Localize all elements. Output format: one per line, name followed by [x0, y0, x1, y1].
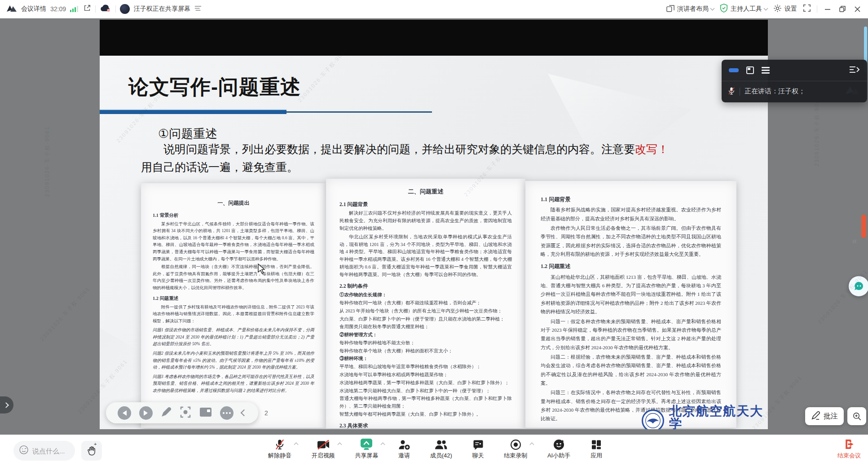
toolbar-item-label: 结束录制	[504, 452, 527, 460]
raise-hand-button[interactable]	[81, 441, 102, 461]
toolbar-item-apps[interactable]: 应用	[590, 438, 602, 460]
main-toolbar: 解除静音开启视频共享屏幕邀请成员(42)聊天结束录制AI小助手应用	[268, 438, 602, 460]
raise-hand-plus: +	[94, 441, 97, 447]
toolbar-item-chat[interactable]: 聊天	[472, 438, 484, 460]
more-tools-button[interactable]	[220, 406, 234, 420]
window-close-button[interactable]	[853, 4, 862, 13]
layout-switcher[interactable]: 演讲者布局	[666, 4, 714, 14]
page-text: 平旱地、梯田和山坡地每年适宜单季种植粮食类作物（水稻除外）；	[339, 363, 512, 371]
window-minimize-button[interactable]	[823, 4, 832, 13]
document-page-3: 1.1 问题背景随着乡村振兴战略的实施，国家对提高乡村经济越发重视。农业经济作为…	[525, 181, 736, 428]
slide-title: 论文写作-问题重述	[128, 74, 301, 101]
page-text: ③耕种环境：	[339, 355, 512, 363]
laser-pointer-icon[interactable]	[180, 406, 191, 420]
toolbar-item-unmute[interactable]: 解除静音	[268, 438, 291, 460]
fullscreen-icon[interactable]	[803, 4, 811, 14]
slide-subtitle: ①问题重述	[158, 126, 217, 142]
page-text: 华北山区某乡村受环境限制，当地农民采取单季种植的模式从事农业生产活动，现有耕地 …	[339, 233, 512, 279]
page-text: 水浇地种植两季蔬菜，第一季可种植多种蔬菜（大白菜、白萝卜和红萝卜除外）；	[339, 379, 512, 387]
page-text: 农作物作为人民日常生活必备食物之一，其市场前景广阔。但由于农作物具有季节性、周期…	[541, 224, 721, 259]
chevron-right-icon	[3, 402, 9, 408]
page-text: 食用菌类只能在秋冬季的普通大棚里种植；	[339, 323, 512, 331]
cloud-record-icon[interactable]	[100, 4, 111, 14]
invite-icon	[398, 438, 410, 451]
toolbar-item-share-screen[interactable]: 共享屏幕	[355, 438, 378, 460]
page-text: 问题1 假设农作物的市场销售量、种植成本、产量和价格在未来几年内保持不变，分两种…	[153, 327, 314, 348]
speaker-name: 汪子权；	[778, 87, 805, 96]
toolbar-item-ai-assistant[interactable]: AI小助手	[547, 438, 570, 460]
chevron-up-icon[interactable]	[294, 443, 299, 447]
previous-slide-button[interactable]	[118, 406, 131, 420]
presentation-slide: 论文写作-问题重述 ①问题重述 说明问题背景，列出必要数据，提出要解决的问题，并…	[100, 56, 768, 429]
chevron-up-icon[interactable]	[530, 443, 534, 447]
toolbar-item-invite[interactable]: 邀请	[398, 438, 410, 460]
document-pages-row: 一、问题提出1.1 背景分析某乡村位于华北山区，气候条件独特，大部分耕地仅适合每…	[141, 179, 738, 429]
divider	[740, 88, 740, 96]
page-text: 2.1 问题背景	[339, 200, 512, 208]
end-meeting-icon	[843, 438, 855, 452]
collapse-right-panel-icon[interactable]: «	[852, 235, 857, 246]
collapse-panel-icon[interactable]	[849, 66, 860, 75]
chevron-up-icon[interactable]	[337, 443, 342, 447]
page-text: 大白菜、白萝卜和红萝卜中的一种（便于管理）且只能在水浇地的第二季种植；	[339, 316, 512, 323]
sharer-avatar	[120, 4, 130, 14]
window-restore-button[interactable]	[838, 4, 847, 13]
meeting-timer: 32:09	[50, 5, 66, 13]
meeting-watermark: 23091026-车子权-9061	[44, 126, 51, 197]
toolbar-item-start-video[interactable]: 开启视频	[312, 438, 335, 460]
shield-check-icon	[720, 4, 728, 14]
page-text: 某山村地处华北山区，其耕地面积 1213 亩，包含平旱地、梯田、山坡地、水浇地、…	[541, 273, 721, 317]
emoji-icon[interactable]	[19, 445, 29, 457]
page-text: 智慧大棚每年都可种植两季蔬菜（大白菜、白萝卜和红萝卜除外）。	[339, 411, 512, 418]
members-icon	[434, 438, 448, 451]
slides-panel-icon[interactable]	[199, 407, 212, 419]
top-bar: 会议详情 32:09 汪子权正在共享屏幕 演讲者布局	[0, 0, 868, 18]
share-detail-list-icon[interactable]	[194, 5, 202, 13]
presentation-toolbar: 2	[106, 402, 268, 423]
page-text: 1.2 问题重述	[153, 295, 314, 302]
page-text: 水浇地每年可以单季种植水稻或两季种植蔬菜作物；	[339, 371, 512, 379]
quick-chat-pill[interactable]	[13, 441, 75, 461]
toolbar-item-label: 开启视频	[312, 452, 335, 460]
expand-sidebar-tab[interactable]	[0, 396, 13, 413]
speaking-status-row: 正在讲话： 汪子权；	[722, 81, 867, 101]
open-external-icon[interactable]	[83, 4, 91, 14]
speaker-panel: 正在讲话： 汪子权；	[722, 60, 867, 102]
slide-paragraph: 说明问题背景，列出必要数据，提出要解决的问题，并给出研究对象的关键信息的内容。注…	[141, 140, 711, 176]
toolbar-item-stop-recording[interactable]: 结束录制	[504, 438, 527, 460]
host-tools-button[interactable]: 主持人工具	[720, 4, 767, 14]
annotate-button[interactable]: 批注	[805, 407, 844, 425]
chat-input[interactable]	[32, 447, 73, 455]
scrollbar-marker[interactable]	[861, 215, 866, 238]
page-text: 附件一提供了乡村现有耕地及可种植农作物的详细信息，附件二提供了 2023 年该地…	[153, 304, 314, 325]
slide-letterbox	[100, 20, 768, 56]
play-button[interactable]	[139, 406, 153, 420]
toolbar-item-members[interactable]: 成员(42)	[430, 438, 452, 460]
title-accent-bar	[100, 109, 286, 114]
end-meeting-button[interactable]: 结束会议	[837, 438, 861, 460]
settings-button[interactable]: 设置	[773, 4, 797, 14]
expand-video-icon[interactable]	[746, 66, 754, 74]
page-text: 问题3 考虑各种农作物间的市场竞争，各品种之间可能存在的可替代性及互补性，以及预…	[153, 374, 314, 395]
toolbar-item-label: 应用	[590, 452, 602, 460]
page-text: 每种作物每季的种植地不能太分散；	[339, 339, 512, 347]
active-layout-indicator[interactable]	[729, 68, 739, 72]
zoom-in-button[interactable]	[847, 407, 866, 425]
university-name-cn: 北京航空航天大学	[669, 405, 768, 429]
toolbar-item-label: 成员(42)	[430, 452, 452, 460]
meeting-watermark: 23091026-车子权-9061	[39, 285, 92, 343]
slide-body-text: 说明问题背景，列出必要数据，提出要解决的问题，并给出研究对象的关键信息的内容。注…	[163, 143, 635, 155]
toolbar-item-label: 共享屏幕	[355, 452, 378, 460]
pen-tool-icon[interactable]	[161, 407, 172, 419]
collapse-toolbar-icon[interactable]	[241, 409, 248, 417]
gear-icon	[773, 4, 782, 14]
list-view-icon[interactable]	[762, 66, 770, 75]
floating-assistant-widget[interactable]	[849, 276, 868, 296]
meeting-details-button[interactable]: 会议详情	[21, 5, 46, 13]
toolbar-item-label: 邀请	[398, 452, 410, 460]
record-icon	[510, 438, 521, 451]
sharing-status-text: 汪子权正在共享屏幕	[134, 5, 190, 13]
chevron-up-icon[interactable]	[381, 443, 385, 447]
mouse-cursor	[258, 264, 266, 276]
divider	[95, 5, 96, 13]
